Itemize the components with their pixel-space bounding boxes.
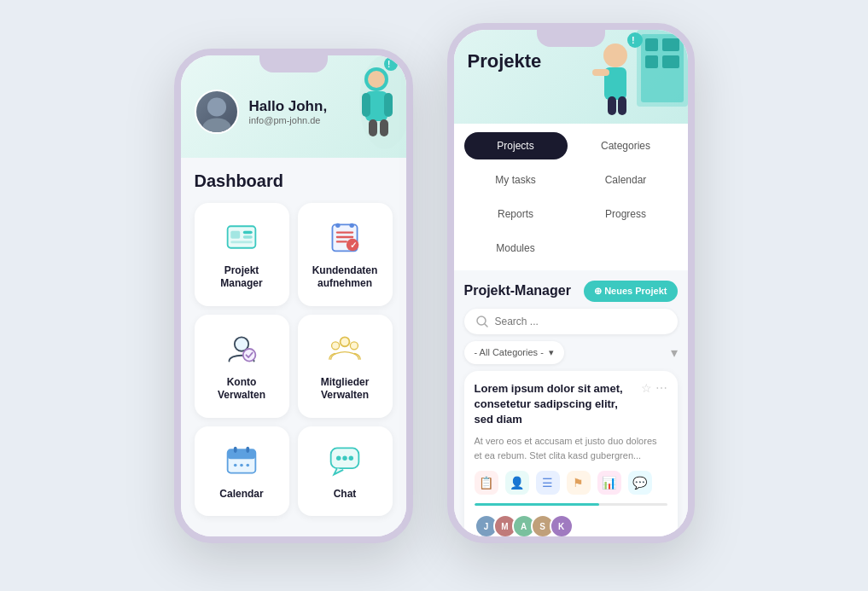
user-email: info@pm-john.de [249,115,328,125]
svg-point-29 [350,342,358,350]
list-icon[interactable]: ☰ [536,471,560,495]
svg-rect-13 [230,230,240,238]
svg-rect-21 [335,223,340,227]
projekte-title: Projekte [468,50,674,72]
user-info: Hallo John, info@pm-john.de [249,98,328,125]
svg-text:!: ! [387,60,390,69]
progress-fill [475,503,600,506]
svg-text:✓: ✓ [350,240,357,249]
collapse-icon[interactable]: ▾ [671,345,678,361]
card-action-icons: 📋 👤 ☰ ⚑ 📊 💬 [475,471,667,495]
svg-line-55 [485,324,487,327]
svg-rect-8 [380,119,388,136]
new-project-button[interactable]: ⊕ Neues Projekt [584,281,677,302]
notch-1 [259,55,328,72]
menu-card-mitglieder[interactable]: Mitglieder Verwalten [298,315,393,418]
svg-point-36 [246,464,249,467]
task-icon[interactable]: 📋 [475,471,498,495]
flag-icon[interactable]: ⚑ [567,471,591,495]
search-bar [464,309,678,334]
menu-label-projekt: Projekt Manager [205,264,279,291]
menu-label-kunden: Kundendaten aufnehmen [308,264,382,291]
tab-reports[interactable]: Reports [464,200,568,228]
svg-point-34 [234,464,237,467]
tab-modules[interactable]: Modules [464,235,568,262]
calendar-icon [223,442,260,479]
members-icon [326,330,364,368]
star-icon[interactable]: ☆ [641,381,652,395]
svg-rect-22 [349,223,353,227]
dashboard-body: Dashboard Projekt Manager [181,158,406,536]
person-icon[interactable]: 👤 [505,471,529,495]
notch-2 [537,30,605,47]
svg-rect-43 [645,38,658,51]
card-description: At vero eos et accusam et justo duo dolo… [475,434,667,462]
filter-dropdown[interactable]: - All Categories - ▾ [464,341,564,364]
svg-point-26 [243,349,256,362]
menu-card-projekt[interactable]: Projekt Manager [195,203,289,306]
chart-icon[interactable]: 📊 [597,471,621,495]
svg-point-10 [384,57,398,71]
svg-point-52 [627,32,643,48]
filter-row: - All Categories - ▾ ▾ [454,341,688,371]
phones-container: Hallo John, info@pm-john.de [174,49,695,543]
tab-calendar[interactable]: Calendar [574,166,678,194]
svg-rect-33 [246,447,249,453]
card-actions: ☆ ⋯ [641,381,667,395]
dashboard-title: Dashboard [195,171,393,191]
svg-rect-14 [243,230,253,234]
svg-point-35 [240,464,243,467]
project-card: Lorem ipsum dolor sit amet, consetetur s… [464,371,678,543]
svg-point-9 [368,71,385,88]
header-illustration: ! [321,55,406,158]
svg-rect-51 [618,96,626,115]
svg-rect-5 [362,93,370,117]
svg-text:!: ! [632,35,635,45]
svg-point-27 [341,337,350,346]
message-icon[interactable]: 💬 [628,471,652,495]
svg-point-39 [342,455,347,460]
avatar-5: K [550,514,574,538]
chevron-down-icon: ▾ [549,347,554,358]
svg-point-1 [202,118,230,134]
svg-point-38 [336,455,341,460]
section-title: Projekt-Manager [464,283,571,298]
menu-label-calendar: Calendar [219,488,263,501]
tab-my-tasks[interactable]: My tasks [464,166,568,194]
avatar [195,90,239,134]
svg-rect-6 [384,93,393,117]
card-top: Lorem ipsum dolor sit amet, consetetur s… [475,381,667,428]
svg-point-0 [207,97,225,116]
search-icon [476,316,488,327]
tab-progress[interactable]: Progress [574,200,678,228]
chat-icon [326,442,364,479]
projekte-body: Projects Categories My tasks Calendar Re… [454,124,688,543]
svg-point-28 [332,342,340,350]
nav-tabs: Projects Categories My tasks Calendar Re… [454,124,688,270]
customer-icon: ✓ [326,218,364,256]
svg-rect-7 [369,119,377,136]
menu-grid: Projekt Manager ✓ [195,203,393,517]
menu-card-konto[interactable]: Konto Verwalten [195,315,289,418]
search-input[interactable] [495,316,666,327]
phone-dashboard: Hallo John, info@pm-john.de [174,49,413,543]
svg-rect-31 [228,449,256,459]
menu-card-calendar[interactable]: Calendar [195,426,289,517]
user-greeting: Hallo John, [249,98,328,115]
tab-projects[interactable]: Projects [464,132,568,159]
menu-card-chat[interactable]: Chat [298,426,393,517]
tab-categories[interactable]: Categories [574,132,678,159]
menu-card-kundendaten[interactable]: ✓ Kundendaten aufnehmen [298,203,393,306]
svg-rect-16 [230,240,252,243]
project-icon [223,218,260,256]
svg-rect-50 [608,96,616,115]
menu-label-mitglieder: Mitglieder Verwalten [308,376,382,403]
svg-rect-15 [243,235,253,239]
svg-rect-44 [662,38,679,51]
account-icon [223,330,260,368]
progress-bar [475,503,667,506]
filter-label: - All Categories - [475,347,544,357]
more-icon[interactable]: ⋯ [655,381,667,395]
section-header: Projekt-Manager ⊕ Neues Projekt [454,270,688,309]
card-avatars: J M A S K [475,514,667,538]
